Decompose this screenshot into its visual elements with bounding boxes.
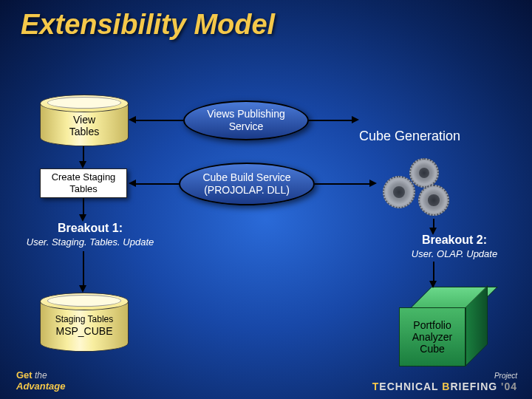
breakout1: Breakout 1: User. Staging. Tables. Updat…: [24, 222, 157, 248]
footer-the: the: [35, 370, 47, 381]
arrow-head-icon: [429, 281, 437, 288]
portfolio-analyzer-cube: Portfolio Analyzer Cube: [399, 287, 488, 368]
arrow-head-icon: [352, 116, 359, 123]
footer-technical-briefing: TECHNICAL BRIEFING '04: [372, 381, 517, 393]
view-tables-label-2: Tables: [40, 126, 129, 137]
cube-front-face: Portfolio Analyzer Cube: [399, 307, 466, 366]
arrow-cbs-to-gears: [315, 183, 371, 185]
staging-label-2: MSP_CUBE: [40, 325, 129, 337]
breakout2-sub: User. OLAP. Update: [392, 248, 517, 259]
arrow-cst-to-breakout1: [83, 198, 84, 216]
arrow-head-icon: [79, 161, 86, 168]
arrow-head-icon: [79, 214, 86, 222]
arrow-vt-to-cst: [83, 146, 84, 163]
breakout2: Breakout 2: User. OLAP. Update: [392, 233, 517, 259]
database-icon: Staging Tables MSP_CUBE: [40, 293, 129, 352]
cst-label-2: Tables: [69, 183, 98, 195]
cube-label-3: Cube: [412, 343, 452, 355]
arrow-head-icon: [129, 116, 136, 123]
cube-label-2: Analyzer: [412, 331, 452, 343]
footer-project: Project: [372, 372, 517, 381]
footer-get: Get: [16, 369, 33, 381]
breakout2-title: Breakout 2:: [392, 233, 517, 247]
arrow-cbs-to-cst: [134, 183, 179, 185]
breakout1-title: Breakout 1:: [24, 222, 157, 235]
arrow-vps-to-viewtables: [134, 120, 183, 121]
arrow-vps-to-cubegen: [309, 120, 353, 121]
arrow-breakout2-to-cube: [433, 262, 434, 282]
footer-advantage: Advantage: [16, 381, 65, 392]
cbs-label-1: Cube Build Service: [202, 171, 290, 184]
view-tables-label-1: View: [40, 114, 129, 126]
cube-build-service: Cube Build Service (PROJOLAP. DLL): [179, 163, 315, 205]
arrow-head-icon: [369, 180, 377, 187]
vps-label-2: Service: [229, 120, 264, 133]
arrow-head-icon: [129, 180, 136, 187]
footer-right: Project TECHNICAL BRIEFING '04: [372, 372, 517, 393]
footer-left: Get the Advantage: [16, 369, 65, 392]
database-icon: View Tables: [40, 95, 129, 146]
views-publishing-service: Views Publishing Service: [183, 100, 309, 140]
cbs-label-2: (PROJOLAP. DLL): [204, 184, 290, 197]
slide-title: Extensibility Model: [21, 9, 275, 41]
staging-label-1: Staging Tables: [40, 315, 129, 325]
cst-label-1: Create Staging: [52, 171, 116, 183]
view-tables-cylinder: View Tables: [40, 95, 129, 146]
arrow-head-icon: [79, 285, 86, 293]
vps-label-1: Views Publishing: [207, 108, 285, 120]
breakout1-sub: User. Staging. Tables. Update: [24, 236, 157, 248]
staging-tables-cylinder: Staging Tables MSP_CUBE: [40, 293, 129, 352]
arrow-head-icon: [429, 228, 437, 235]
cube-label-1: Portfolio: [412, 319, 452, 331]
gears-icon: [375, 155, 464, 222]
create-staging-tables-box: Create Staging Tables: [40, 168, 127, 198]
cube-generation-label: Cube Generation: [359, 129, 460, 144]
arrow-breakout1-to-stagingcyl: [83, 251, 84, 287]
